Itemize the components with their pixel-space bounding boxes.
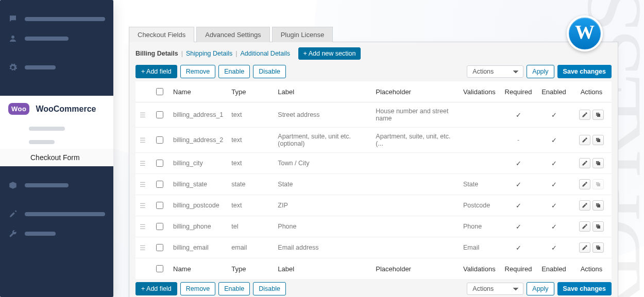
edit-button[interactable] bbox=[579, 200, 590, 211]
remove-button[interactable]: Remove bbox=[180, 65, 216, 78]
cell-label: ZIP bbox=[274, 195, 371, 216]
check-icon: ✓ bbox=[516, 223, 521, 231]
drag-handle-icon[interactable]: ☰ bbox=[140, 160, 146, 167]
duplicate-button[interactable] bbox=[592, 135, 604, 145]
row-checkbox[interactable] bbox=[156, 181, 163, 188]
edit-button[interactable] bbox=[579, 242, 590, 253]
panel-body: Billing Details | Shipping Details | Add… bbox=[129, 42, 618, 297]
tab-advanced-settings[interactable]: Advanced Settings bbox=[196, 27, 269, 42]
duplicate-button[interactable] bbox=[592, 200, 604, 211]
row-checkbox[interactable] bbox=[156, 160, 163, 167]
cell-required: ✓ bbox=[500, 102, 536, 128]
sidebar-item[interactable] bbox=[0, 9, 113, 29]
drag-handle-icon[interactable]: ☰ bbox=[140, 244, 146, 252]
table-row: ☰billing_address_1textStreet addressHous… bbox=[135, 102, 612, 128]
add-field-button[interactable]: + Add field bbox=[135, 282, 177, 295]
row-checkbox[interactable] bbox=[156, 223, 163, 230]
gear-icon bbox=[8, 63, 18, 72]
sidebar-item[interactable] bbox=[0, 29, 113, 48]
tab-checkout-fields[interactable]: Checkout Fields bbox=[129, 27, 194, 42]
drag-handle-icon[interactable]: ☰ bbox=[140, 136, 146, 144]
row-checkbox[interactable] bbox=[156, 244, 163, 251]
edit-button[interactable] bbox=[579, 179, 590, 189]
save-changes-button[interactable]: Save changes bbox=[557, 282, 612, 295]
cell-placeholder: House number and street name bbox=[371, 102, 459, 128]
sidebar-item[interactable] bbox=[0, 176, 113, 195]
sidebar-subitem[interactable] bbox=[0, 135, 113, 149]
cell-label: Street address bbox=[274, 102, 371, 128]
cell-name: billing_postcode bbox=[169, 195, 227, 216]
check-icon: ✓ bbox=[551, 244, 557, 252]
add-field-button[interactable]: + Add field bbox=[135, 65, 177, 78]
section-link-shipping[interactable]: Shipping Details bbox=[186, 50, 232, 57]
cell-enabled: ✓ bbox=[536, 128, 571, 153]
admin-sidebar: Woo WooCommerce Checkout Form bbox=[0, 0, 113, 297]
duplicate-button[interactable] bbox=[592, 221, 604, 232]
col-required: Required bbox=[500, 81, 536, 102]
drag-handle-icon[interactable]: ☰ bbox=[140, 181, 146, 188]
check-icon: ✓ bbox=[551, 223, 557, 231]
bulk-actions-select[interactable]: Actions bbox=[467, 65, 523, 78]
edit-button[interactable] bbox=[579, 110, 590, 120]
sidebar-subitem[interactable] bbox=[0, 122, 113, 135]
row-checkbox[interactable] bbox=[156, 111, 163, 118]
sidebar-subitem-checkout-form[interactable]: Checkout Form bbox=[0, 149, 113, 166]
drag-handle-icon[interactable]: ☰ bbox=[140, 202, 146, 209]
box-icon bbox=[8, 181, 18, 190]
enable-button[interactable]: Enable bbox=[218, 282, 250, 295]
edit-button[interactable] bbox=[579, 221, 590, 232]
section-nav: Billing Details | Shipping Details | Add… bbox=[135, 47, 612, 60]
sidebar-item[interactable] bbox=[0, 224, 113, 243]
cell-enabled: ✓ bbox=[536, 102, 571, 128]
duplicate-button[interactable] bbox=[592, 110, 604, 120]
edit-button[interactable] bbox=[579, 135, 590, 145]
edit-button[interactable] bbox=[579, 158, 590, 168]
cell-name: billing_email bbox=[169, 237, 227, 258]
bulk-actions-select[interactable]: Actions bbox=[467, 283, 523, 295]
cell-label: State bbox=[274, 174, 371, 195]
col-enabled: Enabled bbox=[536, 81, 571, 102]
drag-handle-icon[interactable]: ☰ bbox=[140, 111, 146, 119]
add-section-button[interactable]: + Add new section bbox=[298, 47, 361, 60]
row-checkbox[interactable] bbox=[156, 202, 163, 209]
cell-validations bbox=[459, 102, 500, 128]
enable-button[interactable]: Enable bbox=[218, 65, 250, 78]
duplicate-button[interactable] bbox=[592, 158, 604, 168]
check-icon: ✓ bbox=[551, 202, 557, 209]
tab-bar: Checkout Fields Advanced Settings Plugin… bbox=[129, 27, 618, 42]
disable-button[interactable]: Disable bbox=[253, 282, 286, 295]
row-checkbox[interactable] bbox=[156, 136, 163, 144]
col-validations: Validations bbox=[459, 81, 500, 102]
select-all-checkbox[interactable] bbox=[156, 265, 163, 272]
save-changes-button[interactable]: Save changes bbox=[557, 65, 612, 78]
apply-button[interactable]: Apply bbox=[527, 65, 554, 78]
cell-name: billing_state bbox=[169, 174, 227, 195]
tab-plugin-license[interactable]: Plugin License bbox=[272, 27, 333, 42]
wordpress-logo-badge: W bbox=[567, 15, 603, 51]
cell-type: email bbox=[227, 237, 274, 258]
disable-button[interactable]: Disable bbox=[253, 65, 286, 78]
table-footer-row: Name Type Label Placeholder Validations … bbox=[135, 258, 612, 279]
check-icon: ✓ bbox=[551, 160, 557, 167]
drag-handle-icon[interactable]: ☰ bbox=[140, 223, 146, 231]
table-row: ☰billing_emailemailEmail addressEmail✓✓ bbox=[135, 237, 612, 258]
cell-type: tel bbox=[227, 216, 274, 237]
sidebar-item[interactable] bbox=[0, 204, 113, 224]
section-link-additional[interactable]: Additional Details bbox=[241, 50, 291, 57]
apply-button[interactable]: Apply bbox=[527, 282, 554, 295]
cell-validations bbox=[459, 128, 500, 153]
cell-name: billing_phone bbox=[169, 216, 227, 237]
cell-required: ✓ bbox=[500, 153, 536, 174]
col-actions: Actions bbox=[571, 81, 612, 102]
cell-placeholder bbox=[371, 195, 459, 216]
sidebar-item-woocommerce[interactable]: Woo WooCommerce bbox=[0, 96, 113, 122]
select-all-checkbox[interactable] bbox=[156, 88, 163, 95]
duplicate-button[interactable] bbox=[592, 242, 604, 253]
cell-name: billing_city bbox=[169, 153, 227, 174]
check-icon: ✓ bbox=[551, 136, 557, 144]
cell-required: ✓ bbox=[500, 195, 536, 216]
sidebar-item[interactable] bbox=[0, 58, 113, 77]
sidebar-subitem-label: Checkout Form bbox=[30, 153, 80, 162]
remove-button[interactable]: Remove bbox=[180, 282, 216, 295]
cell-required: ✓ bbox=[500, 216, 536, 237]
